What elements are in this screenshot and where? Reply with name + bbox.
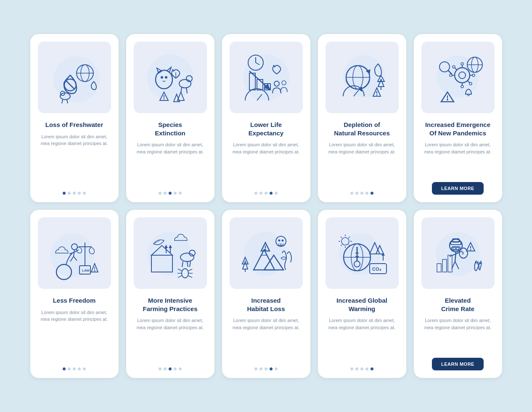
dot-4 xyxy=(78,367,81,370)
card-icon-pandemics xyxy=(421,42,495,113)
card-title-crimerate: ElevatedCrime Rate xyxy=(441,296,474,313)
svg-point-165 xyxy=(470,249,471,251)
card-lifeexpect: Lower LifeExpectancy Lorem ipsum dolor s… xyxy=(222,34,310,202)
card-title-species: SpeciesExtinction xyxy=(155,121,185,137)
card-title-farming: More IntensiveFarming Practices xyxy=(143,296,197,313)
dot-5 xyxy=(275,192,278,195)
card-icon-farming xyxy=(134,217,207,289)
dot-2 xyxy=(259,367,262,370)
svg-point-119 xyxy=(281,240,283,242)
card-body-pandemics: Lorem ipsum dolor sit dim amet, mea regi… xyxy=(421,141,495,176)
card-icon-depletion xyxy=(326,42,399,113)
card-dots-lifeexpect xyxy=(254,192,278,195)
dot-2 xyxy=(164,367,167,370)
cards-grid: Loss of Freshwater Lorem ipsum dolor sit… xyxy=(30,34,502,378)
dot-2 xyxy=(68,367,71,370)
dot-4 xyxy=(365,192,368,195)
dot-3 xyxy=(169,367,172,370)
dot-5 xyxy=(275,367,278,370)
dot-2 xyxy=(259,192,262,195)
dot-1 xyxy=(159,192,161,195)
card-body-habitat: Lorem ipsum dolor sit dim amet, mea regi… xyxy=(230,317,303,362)
dot-2 xyxy=(355,192,358,195)
card-body-globalwarming: Lorem ipsum dolor sit dim amet, mea regi… xyxy=(326,317,399,362)
svg-line-101 xyxy=(190,261,191,267)
dot-2 xyxy=(164,192,167,195)
learn-more-button-pandemics[interactable]: LEARN MORE xyxy=(432,182,484,195)
learn-more-button-crimerate[interactable]: LEARN MORE xyxy=(432,358,484,370)
card-icon-species xyxy=(134,42,207,113)
svg-point-12 xyxy=(161,76,163,79)
card-freshwater: Loss of Freshwater Lorem ipsum dolor sit… xyxy=(30,34,119,202)
card-body-depletion: Lorem ipsum dolor sit dim amet, mea regi… xyxy=(326,141,399,186)
dot-1 xyxy=(350,367,353,370)
dot-5 xyxy=(371,192,373,195)
dot-5 xyxy=(179,367,182,370)
card-title-freshwater: Loss of Freshwater xyxy=(45,121,103,129)
card-freedom: LAW Less Freedom Lorem ipsum dolor sit d… xyxy=(30,210,119,378)
dot-5 xyxy=(179,192,182,195)
card-dots-species xyxy=(159,192,182,195)
dot-5 xyxy=(83,367,86,370)
dot-3 xyxy=(360,192,363,195)
dot-5 xyxy=(83,192,86,195)
svg-point-116 xyxy=(265,249,266,251)
svg-line-105 xyxy=(178,276,182,277)
card-body-freedom: Lorem ipsum dolor sit dim amet, mea regi… xyxy=(38,309,111,362)
dot-4 xyxy=(78,192,81,195)
card-dots-habitat xyxy=(254,367,278,370)
card-icon-globalwarming: CO₂ xyxy=(326,217,399,289)
dot-3 xyxy=(360,367,363,370)
svg-point-50 xyxy=(447,99,448,100)
dot-4 xyxy=(174,367,177,370)
dot-3 xyxy=(265,192,267,195)
svg-point-102 xyxy=(182,269,188,278)
dot-2 xyxy=(68,192,71,195)
card-title-pandemics: Increased EmergenceOf New Pandemics xyxy=(425,121,490,137)
card-habitat: IncreasedHabitat Loss Lorem ipsum dolor … xyxy=(222,210,310,378)
card-body-crimerate: Lorem ipsum dolor sit dim amet, mea regi… xyxy=(421,317,495,352)
card-title-depletion: Depletion ofNatural Resources xyxy=(334,121,390,137)
card-globalwarming: CO₂ Increased GlobalWarming Lorem ip xyxy=(318,210,406,378)
card-icon-crimerate: $ xyxy=(421,217,495,289)
dot-1 xyxy=(63,192,66,195)
svg-point-23 xyxy=(163,98,164,100)
card-depletion: Depletion ofNatural Resources Lorem ipsu… xyxy=(318,34,406,202)
svg-line-142 xyxy=(341,237,342,238)
dot-4 xyxy=(270,367,273,370)
card-dots-freedom xyxy=(63,367,86,370)
card-body-freshwater: Lorem ipsum dolor sit dim amet, mea regi… xyxy=(38,133,111,186)
card-icon-freshwater xyxy=(38,42,111,113)
dot-4 xyxy=(365,367,368,370)
svg-point-42 xyxy=(376,95,377,96)
dot-4 xyxy=(174,192,177,195)
dot-1 xyxy=(159,367,161,370)
card-body-farming: Lorem ipsum dolor sit dim amet, mea regi… xyxy=(134,317,207,362)
dot-1 xyxy=(254,367,257,370)
svg-text:$: $ xyxy=(462,251,464,255)
svg-point-118 xyxy=(278,240,280,242)
svg-point-90 xyxy=(148,232,191,276)
card-icon-lifeexpect xyxy=(230,42,303,113)
dot-1 xyxy=(63,367,66,370)
card-title-lifeexpect: Lower LifeExpectancy xyxy=(249,121,283,137)
dot-4 xyxy=(270,192,273,195)
card-icon-habitat xyxy=(230,217,303,289)
card-body-species: Lorem ipsum dolor sit dim amet, mea regi… xyxy=(134,141,207,186)
dot-3 xyxy=(169,192,172,195)
dot-1 xyxy=(350,192,353,195)
dot-2 xyxy=(355,367,358,370)
card-title-freedom: Less Freedom xyxy=(53,296,96,305)
svg-line-106 xyxy=(188,269,192,271)
dot-3 xyxy=(73,367,76,370)
card-title-habitat: IncreasedHabitat Loss xyxy=(247,296,285,313)
dot-3 xyxy=(73,192,76,195)
card-dots-freshwater xyxy=(63,192,86,195)
card-dots-globalwarming xyxy=(350,367,373,370)
svg-point-89 xyxy=(94,270,95,272)
card-icon-freedom: LAW xyxy=(38,217,111,289)
card-dots-farming xyxy=(159,367,182,370)
card-title-globalwarming: Increased GlobalWarming xyxy=(336,296,387,313)
dot-3 xyxy=(265,367,267,370)
dot-1 xyxy=(254,192,257,195)
